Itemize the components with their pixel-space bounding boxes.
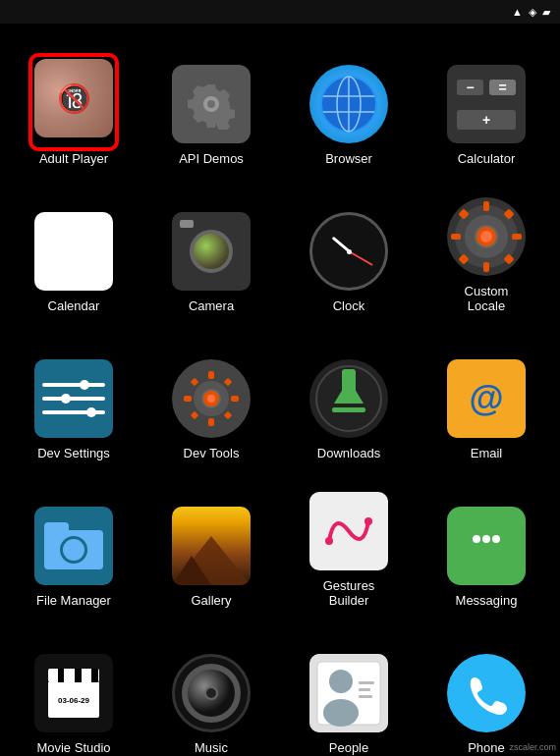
app-movie-studio[interactable]: 03-06-29 Movie Studio (5, 622, 142, 756)
svg-rect-48 (359, 695, 372, 698)
music-label: Music (195, 740, 228, 756)
file-manager-label: File Manager (36, 593, 111, 609)
app-people[interactable]: People (280, 622, 418, 756)
app-custom-locale[interactable]: Custom Locale (418, 181, 555, 328)
downloads-label: Downloads (317, 446, 380, 461)
email-label: Email (471, 446, 503, 461)
phone-icon (447, 654, 526, 732)
svg-rect-22 (208, 418, 214, 426)
app-adult-player[interactable]: 🔞 Adult Player (5, 33, 142, 181)
clock-label: Clock (333, 298, 365, 314)
dev-tools-label: Dev Tools (184, 446, 240, 461)
custom-locale-icon (447, 197, 526, 276)
svg-rect-8 (483, 201, 489, 211)
browser-label: Browser (325, 151, 372, 167)
messaging-label: Messaging (456, 593, 518, 609)
downloads-icon (309, 359, 388, 438)
svg-point-41 (492, 535, 500, 543)
svg-point-30 (207, 395, 215, 403)
svg-rect-23 (184, 396, 192, 402)
svg-rect-34 (332, 407, 365, 412)
app-music[interactable]: Music (142, 622, 280, 756)
app-calendar[interactable]: Calendar (5, 181, 142, 328)
svg-rect-9 (483, 262, 489, 272)
svg-point-37 (325, 537, 333, 545)
movie-studio-label: Movie Studio (36, 740, 110, 756)
calendar-label: Calendar (48, 298, 100, 314)
svg-rect-11 (512, 234, 522, 240)
battery-icon: ▰ (542, 6, 550, 19)
svg-rect-46 (359, 681, 374, 684)
camera-icon (172, 212, 251, 291)
app-downloads[interactable]: Downloads (280, 328, 418, 475)
dev-settings-label: Dev Settings (37, 446, 110, 461)
phone-label: Phone (468, 740, 505, 756)
app-api-demos[interactable]: API Demos (142, 33, 280, 181)
app-camera[interactable]: Camera (142, 181, 280, 328)
status-bar: ▲ ◈ ▰ (0, 0, 560, 24)
app-gestures-builder[interactable]: Gestures Builder (280, 475, 418, 622)
messaging-icon (447, 507, 526, 585)
api-demos-label: API Demos (179, 151, 244, 167)
gallery-label: Gallery (191, 593, 231, 609)
app-calculator[interactable]: − = + Calculator (418, 33, 555, 181)
svg-rect-33 (342, 369, 356, 394)
app-gallery[interactable]: Gallery (142, 475, 280, 622)
svg-rect-47 (359, 688, 370, 691)
svg-point-49 (459, 666, 514, 721)
gestures-builder-label: Gestures Builder (323, 578, 375, 609)
calculator-icon: − = + (447, 65, 526, 143)
app-messaging[interactable]: Messaging (418, 475, 555, 622)
movie-studio-icon: 03-06-29 (34, 654, 113, 732)
music-icon (172, 654, 251, 732)
file-manager-icon (34, 507, 113, 585)
app-email[interactable]: @ Email (418, 328, 555, 475)
svg-rect-10 (451, 234, 461, 240)
app-phone[interactable]: Phone (418, 622, 555, 756)
calendar-icon (34, 212, 113, 291)
custom-locale-label: Custom Locale (465, 284, 509, 314)
svg-point-17 (480, 231, 492, 243)
app-clock[interactable]: Clock (280, 181, 418, 328)
app-grid: 🔞 Adult Player API Demos Browser (0, 24, 560, 756)
people-label: People (329, 740, 368, 756)
calculator-label: Calculator (458, 151, 516, 167)
adult-player-label: Adult Player (39, 151, 108, 167)
watermark: zscaler.com (509, 742, 556, 752)
api-demos-icon (172, 65, 251, 143)
svg-point-38 (364, 517, 372, 525)
svg-point-40 (482, 535, 490, 543)
wifi-icon: ◈ (529, 6, 536, 19)
signal-icon: ▲ (512, 6, 523, 18)
camera-label: Camera (189, 298, 234, 314)
gestures-builder-icon (309, 492, 388, 570)
svg-point-39 (473, 535, 480, 543)
svg-point-45 (323, 699, 359, 727)
gallery-icon (172, 507, 251, 585)
dev-settings-icon (34, 359, 113, 438)
app-dev-tools[interactable]: Dev Tools (142, 328, 280, 475)
app-browser[interactable]: Browser (280, 33, 418, 181)
app-file-manager[interactable]: File Manager (5, 475, 142, 622)
browser-icon (309, 65, 388, 143)
clock-icon (309, 212, 388, 291)
people-icon (309, 654, 388, 732)
svg-rect-21 (208, 371, 214, 379)
email-icon: @ (447, 359, 526, 438)
dev-tools-icon (172, 359, 251, 438)
app-dev-settings[interactable]: Dev Settings (5, 328, 142, 475)
adult-player-icon: 🔞 (34, 59, 113, 137)
svg-rect-24 (231, 396, 239, 402)
svg-point-44 (329, 670, 353, 693)
